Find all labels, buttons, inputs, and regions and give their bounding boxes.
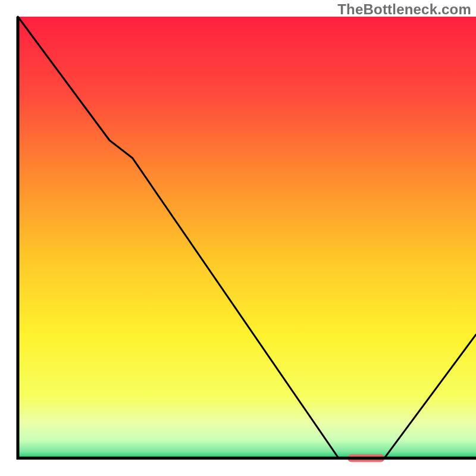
chart-container: TheBottleneck.com (0, 0, 476, 476)
gradient-background (18, 17, 476, 458)
watermark-text: TheBottleneck.com (337, 1, 471, 18)
bottleneck-chart (0, 0, 476, 476)
